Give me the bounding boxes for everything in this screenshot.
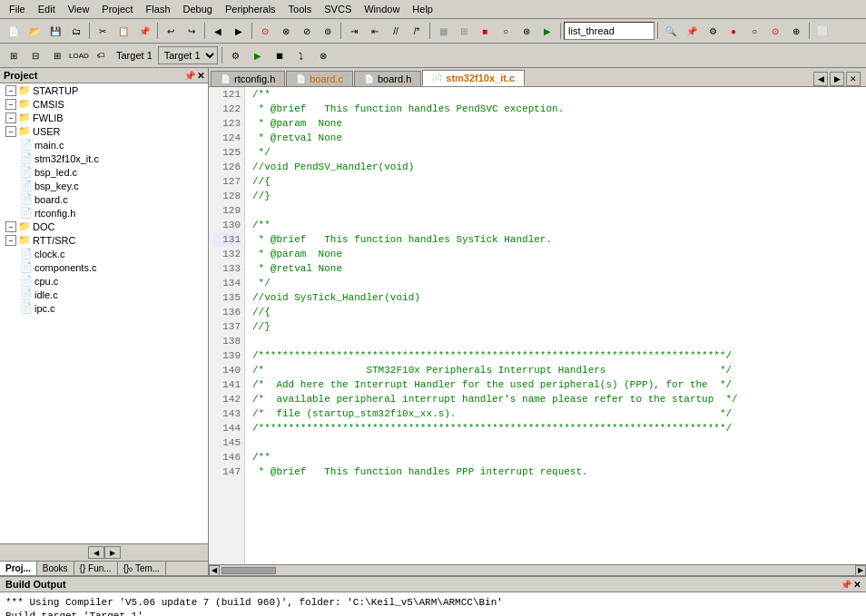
t2-btn5[interactable]: 🏷 — [91, 45, 111, 65]
horiz-scrollbar[interactable]: ◀ ▶ — [209, 564, 866, 575]
bkpt4-btn[interactable]: ⊚ — [318, 21, 338, 41]
list-item[interactable]: − 📁 RTT/SRC — [0, 233, 208, 247]
list-item[interactable]: − 📁 DOC — [0, 220, 208, 233]
t2-btn4[interactable]: LOAD — [69, 45, 89, 65]
undo-btn[interactable]: ↩ — [161, 21, 181, 41]
sidebar-tab-fun[interactable]: {} Fun... — [74, 562, 118, 575]
new-btn[interactable]: 📄 — [4, 21, 24, 41]
expand-icon[interactable]: − — [5, 99, 16, 110]
rec-btn[interactable]: ⊙ — [765, 21, 785, 41]
list-item[interactable]: − 📁 FWLIB — [0, 111, 208, 124]
expand-icon[interactable]: − — [5, 112, 16, 123]
list-item[interactable]: 📄 cpu.c — [0, 274, 208, 288]
rebuild-btn[interactable]: ⊞ — [454, 21, 474, 41]
tab-boardc[interactable]: 📄 board.c — [286, 71, 353, 86]
save-btn[interactable]: 💾 — [45, 21, 65, 41]
menu-file[interactable]: File — [4, 2, 31, 16]
bkpt2-btn[interactable]: ⊗ — [276, 21, 296, 41]
bkpt-btn[interactable]: ⊙ — [255, 21, 275, 41]
list-item[interactable]: 📄 board.c — [0, 192, 208, 206]
t2-brk-btn[interactable]: ⊗ — [313, 45, 333, 65]
open-btn[interactable]: 📂 — [25, 21, 44, 41]
expand-icon[interactable]: − — [5, 126, 16, 137]
fwd-btn[interactable]: ▶ — [229, 21, 249, 41]
expand-icon[interactable]: − — [5, 221, 16, 232]
t2-run-btn[interactable]: ▶ — [248, 45, 268, 65]
build-btn[interactable]: ▦ — [433, 21, 453, 41]
zoom-btn[interactable]: 🔍 — [661, 21, 681, 41]
scroll-right-btn[interactable]: ▶ — [855, 565, 866, 576]
sidebar-tab-tem[interactable]: {}₀ Tem... — [118, 562, 167, 575]
t2-cfg-btn[interactable]: ⚙ — [226, 45, 246, 65]
sidebar-tab-books[interactable]: Books — [37, 562, 74, 575]
sidebar-pin-icon[interactable]: 📌 — [184, 71, 195, 81]
list-item[interactable]: − 📁 CMSIS — [0, 97, 208, 111]
menu-help[interactable]: Help — [407, 2, 438, 16]
circle-btn[interactable]: ○ — [744, 21, 764, 41]
bkpt3-btn[interactable]: ⊘ — [297, 21, 317, 41]
build-content[interactable]: *** Using Compiler 'V5.06 update 7 (buil… — [0, 592, 866, 616]
code-editor[interactable]: /** * @brief This function handles PendS… — [245, 87, 866, 564]
list-item[interactable]: 📄 stm32f10x_it.c — [0, 152, 208, 165]
menu-flash[interactable]: Flash — [141, 2, 176, 16]
indent-btn[interactable]: ⇥ — [344, 21, 364, 41]
list-item[interactable]: 📄 bsp_key.c — [0, 179, 208, 192]
tab-rtconfig[interactable]: 📄 rtconfig.h — [211, 71, 285, 86]
menu-svcs[interactable]: SVCS — [319, 2, 357, 16]
extra-btn[interactable]: ⬜ — [812, 21, 832, 41]
dbg1-btn[interactable]: ○ — [496, 21, 516, 41]
pin-btn[interactable]: 📌 — [682, 21, 702, 41]
red-dot-btn[interactable]: ● — [723, 21, 743, 41]
list-item[interactable]: 📄 components.c — [0, 260, 208, 274]
tab-scroll-right[interactable]: ▶ — [830, 72, 844, 86]
save-all-btn[interactable]: 🗂 — [66, 21, 86, 41]
scroll-left-btn[interactable]: ◀ — [88, 546, 104, 559]
build-pin-icon[interactable]: 📌 — [841, 580, 851, 590]
menu-peripherals[interactable]: Peripherals — [220, 2, 281, 16]
list-item[interactable]: − 📁 USER — [0, 124, 208, 138]
list-item[interactable]: 📄 clock.c — [0, 247, 208, 260]
menu-debug[interactable]: Debug — [178, 2, 218, 16]
comment-btn[interactable]: // — [386, 21, 406, 41]
scroll-right-btn[interactable]: ▶ — [104, 546, 121, 559]
expand-icon[interactable]: − — [5, 85, 16, 96]
dbg2-btn[interactable]: ⊛ — [517, 21, 536, 41]
list-item[interactable]: 📄 idle.c — [0, 288, 208, 301]
scrollbar-thumb[interactable] — [221, 567, 276, 574]
scroll-left-btn[interactable]: ◀ — [209, 565, 220, 576]
build-close-icon[interactable]: ✕ — [853, 580, 861, 590]
back-btn[interactable]: ◀ — [208, 21, 228, 41]
t2-step-btn[interactable]: ⤵ — [291, 45, 311, 65]
sidebar-close-icon[interactable]: ✕ — [197, 71, 204, 81]
menu-tools[interactable]: Tools — [283, 2, 318, 16]
menu-edit[interactable]: Edit — [33, 2, 61, 16]
tab-close-all[interactable]: ✕ — [846, 72, 861, 86]
tab-boardh[interactable]: 📄 board.h — [354, 71, 421, 86]
t2-btn1[interactable]: ⊞ — [4, 45, 24, 65]
copy-btn[interactable]: 📋 — [113, 21, 133, 41]
t2-stop-btn[interactable]: ⏹ — [270, 45, 290, 65]
uncomment-btn[interactable]: /* — [407, 21, 427, 41]
list-item[interactable]: 📄 bsp_led.c — [0, 165, 208, 179]
thread-search-input[interactable] — [564, 22, 654, 40]
list-item[interactable]: 📄 rtconfig.h — [0, 206, 208, 220]
list-item[interactable]: − 📁 STARTUP — [0, 83, 208, 97]
stop-btn[interactable]: ■ — [475, 21, 495, 41]
t2-btn3[interactable]: ⊞ — [47, 45, 67, 65]
outdent-btn[interactable]: ⇤ — [365, 21, 385, 41]
expand-icon[interactable]: − — [5, 235, 16, 246]
redo-btn[interactable]: ↪ — [182, 21, 202, 41]
cut-btn[interactable]: ✂ — [93, 21, 113, 41]
rec2-btn[interactable]: ⊕ — [786, 21, 806, 41]
menu-project[interactable]: Project — [96, 2, 138, 16]
sidebar-tab-project[interactable]: Proj... — [0, 562, 37, 575]
cfg-btn[interactable]: ⚙ — [703, 21, 723, 41]
tab-stm32[interactable]: 📄 stm32f10x_it.c — [422, 70, 525, 86]
target-dropdown[interactable]: Target 1 — [158, 46, 218, 64]
t2-btn2[interactable]: ⊟ — [25, 45, 45, 65]
list-item[interactable]: 📄 ipc.c — [0, 301, 208, 315]
dbg3-btn[interactable]: ▶ — [537, 21, 557, 41]
paste-btn[interactable]: 📌 — [134, 21, 154, 41]
menu-window[interactable]: Window — [359, 2, 405, 16]
menu-view[interactable]: View — [63, 2, 95, 16]
